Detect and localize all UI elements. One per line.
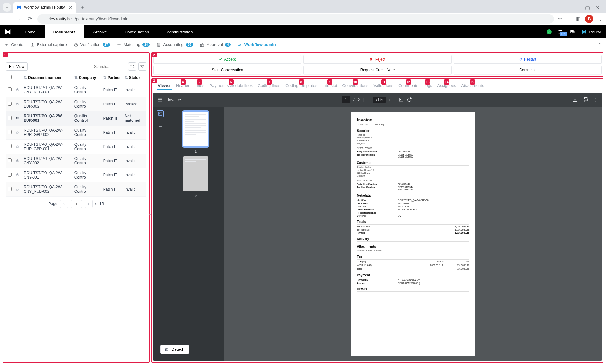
brand-label[interactable]: Routty bbox=[581, 29, 601, 35]
table-row[interactable]: ROU-TST/PO_QA-2W-CNY_RUB-002Quality Cont… bbox=[6, 182, 146, 197]
full-view-button[interactable]: Full View bbox=[6, 62, 28, 71]
back-button[interactable]: ← bbox=[3, 16, 11, 22]
chat-icon[interactable] bbox=[569, 29, 576, 35]
detach-button[interactable]: Detach bbox=[160, 345, 189, 354]
tab-viewer[interactable]: Viewer bbox=[157, 82, 172, 90]
menu-icon[interactable]: ⋮ bbox=[598, 16, 603, 22]
pdf-download-icon[interactable] bbox=[572, 97, 578, 103]
pdf-page-area[interactable]: Invoice [code:uncl1001:invoice:] Supplie… bbox=[224, 107, 602, 361]
svg-rect-16 bbox=[16, 146, 18, 148]
annotation-1: 1 bbox=[3, 52, 8, 57]
subnav-verification[interactable]: Verification27 bbox=[74, 42, 110, 47]
table-row[interactable]: ROU-TST/PO_QA-2W-CNY-001Quality ControlP… bbox=[6, 168, 146, 182]
col-docnum[interactable]: Document number bbox=[28, 75, 62, 80]
nav-home[interactable]: Home bbox=[16, 25, 45, 38]
select-all-checkbox[interactable] bbox=[8, 75, 12, 79]
row-checkbox[interactable] bbox=[8, 116, 12, 120]
profile-avatar[interactable]: B bbox=[585, 15, 593, 23]
fit-page-icon[interactable] bbox=[399, 97, 404, 102]
main-content: 1 Full View ⇅Document number ⇅Company ⇅P… bbox=[0, 51, 606, 364]
thumbnail-1[interactable] bbox=[183, 112, 208, 146]
thumbnail-2[interactable] bbox=[183, 156, 208, 191]
row-checkbox[interactable] bbox=[8, 87, 12, 91]
table-row[interactable]: ROU-TST/PO_QA-2W-CNY-002Quality ControlP… bbox=[6, 154, 146, 168]
forward-button[interactable]: → bbox=[15, 16, 22, 22]
table-row[interactable]: ROU-TST/PO_QA-2W-EUR-001Quality ControlP… bbox=[6, 111, 146, 126]
pdf-page-total: 2 bbox=[358, 97, 360, 102]
status-ok-icon[interactable]: ✓ bbox=[547, 29, 552, 34]
annotation-5: 5 bbox=[197, 79, 202, 85]
row-checkbox[interactable] bbox=[8, 158, 12, 162]
subnav-workflow-admin[interactable]: Workflow admin bbox=[238, 42, 276, 47]
subnav-matching[interactable]: Matching24 bbox=[117, 42, 150, 47]
search-input[interactable] bbox=[92, 63, 126, 70]
col-partner[interactable]: Partner bbox=[108, 75, 121, 80]
comment-button[interactable]: Comment bbox=[454, 66, 602, 74]
subnav-approval[interactable]: Approval4 bbox=[200, 42, 231, 47]
close-icon[interactable] bbox=[68, 5, 73, 10]
filter-button[interactable] bbox=[138, 62, 146, 71]
page-input[interactable] bbox=[71, 200, 82, 208]
restart-button[interactable]: ⟲Restart bbox=[454, 55, 602, 64]
table-row[interactable]: ROU-TST/PO_QA-2W-EUR_GBP-001Quality Cont… bbox=[6, 140, 146, 154]
row-checkbox[interactable] bbox=[8, 187, 12, 191]
lock-icon bbox=[15, 187, 20, 191]
thumbnails-icon[interactable] bbox=[157, 110, 164, 117]
start-conversation-button[interactable]: Start Conversation bbox=[153, 66, 301, 74]
collapse-caret-icon[interactable]: ⌃ bbox=[598, 42, 602, 47]
svg-point-5 bbox=[558, 33, 559, 33]
tab-search-icon[interactable] bbox=[3, 3, 11, 12]
refresh-button[interactable] bbox=[128, 62, 136, 71]
subnav-accounting[interactable]: Accounting86 bbox=[157, 42, 193, 47]
pdf-more-icon[interactable]: ⋮ bbox=[594, 97, 598, 102]
minimize-icon[interactable]: — bbox=[574, 5, 579, 11]
page-next-button[interactable]: › bbox=[85, 200, 93, 208]
rotate-icon[interactable] bbox=[407, 97, 412, 102]
site-info-icon[interactable] bbox=[41, 17, 45, 21]
maximize-icon[interactable]: ▢ bbox=[585, 5, 590, 11]
nav-documents[interactable]: Documents bbox=[45, 25, 85, 38]
table-row[interactable]: ROU-TST/PO_QA-2W-EUR-002Quality ControlP… bbox=[6, 97, 146, 111]
col-status[interactable]: Status bbox=[129, 75, 141, 80]
zoom-out-button[interactable]: − bbox=[367, 97, 370, 102]
row-checkbox[interactable] bbox=[8, 173, 12, 177]
svg-rect-18 bbox=[16, 174, 18, 176]
table-row[interactable]: ROU-TST/PO_QA-2W-CNY_RUB-001Quality Cont… bbox=[6, 83, 146, 97]
tasks-icon[interactable]: 121 bbox=[557, 29, 564, 35]
reject-button[interactable]: ✖Reject bbox=[303, 55, 451, 64]
page-prev-button[interactable]: ‹ bbox=[60, 200, 68, 208]
outline-icon[interactable] bbox=[158, 123, 163, 127]
row-checkbox[interactable] bbox=[8, 102, 12, 106]
page-of-label: of 15 bbox=[95, 202, 104, 206]
pdf-page: Invoice [code:uncl1001:invoice:] Supplie… bbox=[351, 112, 475, 356]
subnav-external-capture[interactable]: External capture bbox=[30, 42, 67, 47]
close-window-icon[interactable]: ✕ bbox=[596, 5, 600, 11]
request-credit-note-button[interactable]: Request Credit Note bbox=[303, 66, 451, 74]
download-icon[interactable]: ⭳ bbox=[567, 16, 572, 22]
reload-button[interactable]: ⟳ bbox=[26, 16, 33, 22]
row-checkbox[interactable] bbox=[8, 144, 12, 148]
pdf-menu-icon[interactable] bbox=[157, 97, 163, 103]
bookmark-icon[interactable]: ☆ bbox=[558, 16, 562, 22]
nav-configuration[interactable]: Configuration bbox=[116, 25, 158, 38]
url-bar[interactable]: dev.routty.be/portal/routty/#workflowadm… bbox=[37, 14, 554, 24]
pdf-print-icon[interactable] bbox=[583, 97, 589, 103]
lock-icon bbox=[15, 102, 20, 106]
col-company[interactable]: Company bbox=[79, 75, 96, 80]
logo-icon[interactable] bbox=[0, 28, 16, 35]
zoom-in-button[interactable]: + bbox=[389, 97, 391, 102]
browser-tab[interactable]: Workflow admin | Routty bbox=[13, 2, 76, 13]
pdf-page-input[interactable] bbox=[342, 96, 350, 103]
table-row[interactable]: ROU-TST/PO_QA-2W-EUR_GBP-002Quality Cont… bbox=[6, 126, 146, 140]
zoom-level[interactable]: 71% bbox=[373, 97, 386, 103]
new-tab-button[interactable] bbox=[78, 3, 87, 12]
annotation-13: 13 bbox=[425, 79, 430, 85]
favicon-icon bbox=[16, 5, 21, 10]
subnav-create[interactable]: Create bbox=[4, 42, 23, 47]
nav-administration[interactable]: Administration bbox=[158, 25, 201, 38]
svg-rect-12 bbox=[16, 103, 18, 105]
accept-button[interactable]: ✔Accept bbox=[153, 55, 301, 64]
extensions-icon[interactable]: ◧ bbox=[576, 16, 581, 22]
nav-archive[interactable]: Archive bbox=[84, 25, 116, 38]
row-checkbox[interactable] bbox=[8, 130, 12, 134]
